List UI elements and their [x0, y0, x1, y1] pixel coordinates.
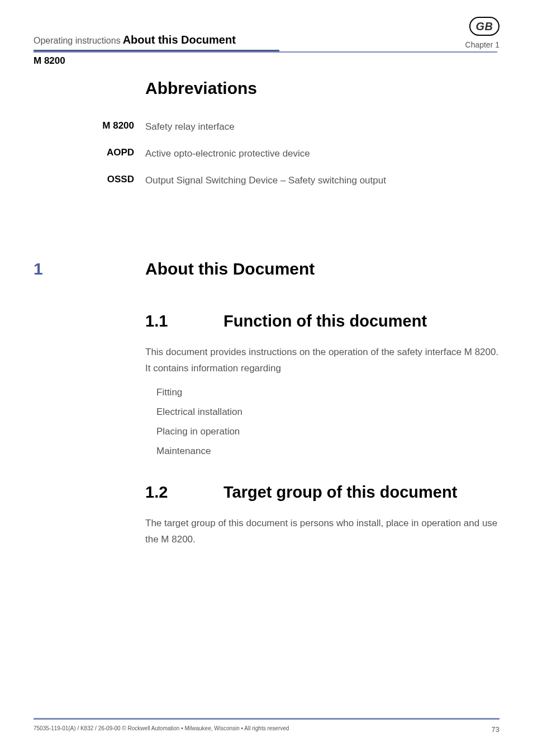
section-body: The target group of this document is per… — [145, 516, 499, 548]
header-instructions-label: Operating instructions — [34, 36, 121, 46]
abbreviations-title: Abbreviations — [145, 79, 499, 98]
section-heading: Target group of this document — [223, 483, 499, 502]
abbr-value: Output Signal Switching Device – Safety … — [145, 174, 499, 187]
list-item: Electrical installation — [156, 404, 499, 419]
abbr-value: Active opto-electronic protective device — [145, 147, 499, 160]
abbr-value: Safety relay interface — [145, 120, 499, 134]
section-body: This document provides instructions on t… — [145, 344, 499, 377]
chapter-number: 1 — [34, 259, 145, 278]
footer-divider — [34, 718, 499, 720]
abbr-row: M 8200 Safety relay interface — [34, 120, 499, 134]
list-item: Placing in operation — [156, 424, 499, 439]
section-heading: Function of this document — [223, 312, 499, 330]
page-footer: 75035-119-01(A) / K832 / 26-09-00 © Rock… — [34, 718, 499, 734]
model-label: M 8200 — [0, 55, 533, 67]
header-title: About this Document — [123, 34, 236, 46]
abbr-row: OSSD Output Signal Switching Device – Sa… — [34, 174, 499, 187]
list-item: Fitting — [156, 385, 499, 400]
gb-badge: GB — [469, 17, 499, 36]
abbr-key: OSSD — [34, 174, 145, 187]
abbr-row: AOPD Active opto-electronic protective d… — [34, 147, 499, 160]
section-number: 1.2 — [145, 483, 223, 502]
list-item: Maintenance — [156, 443, 499, 459]
footer-page-number: 73 — [492, 725, 499, 734]
abbr-key: M 8200 — [34, 120, 145, 134]
abbr-key: AOPD — [34, 147, 145, 160]
header-underline — [34, 50, 499, 53]
chapter-label: Chapter 1 — [465, 40, 499, 49]
chapter-heading: About this Document — [145, 259, 315, 278]
footer-copyright: 75035-119-01(A) / K832 / 26-09-00 © Rock… — [34, 725, 289, 734]
section-number: 1.1 — [145, 312, 223, 330]
